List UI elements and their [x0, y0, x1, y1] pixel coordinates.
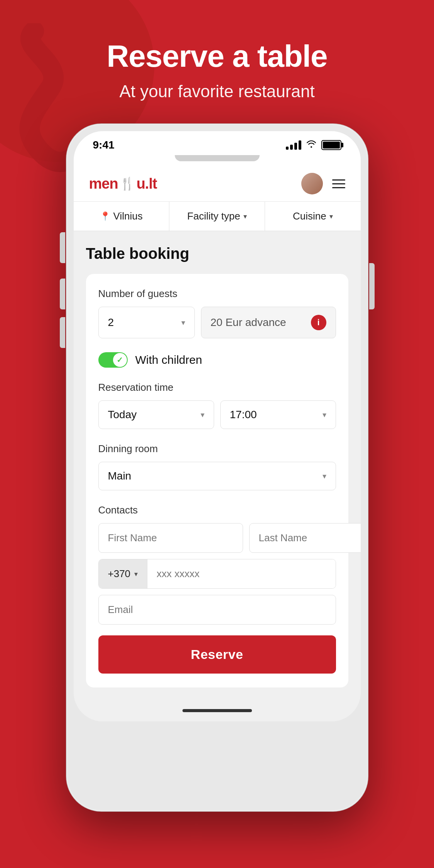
- phone-input[interactable]: [147, 559, 335, 588]
- phone-prefix-select[interactable]: +370 ▾: [99, 559, 148, 588]
- time-chevron-icon: ▾: [323, 410, 326, 419]
- check-icon: ✓: [117, 355, 123, 365]
- status-time: 9:41: [93, 139, 115, 151]
- guests-row: 2 ▾ 20 Eur advance i: [98, 307, 336, 338]
- tab-location-label: Vilnius: [113, 210, 143, 222]
- avatar[interactable]: [301, 173, 323, 194]
- section-title: Table booking: [86, 245, 348, 262]
- header-right: [301, 173, 345, 194]
- phone-prefix-text: +370: [108, 568, 131, 580]
- guests-value: 2: [108, 316, 114, 329]
- tab-location[interactable]: 📍 Vilnius: [74, 202, 169, 231]
- hamburger-line: [332, 179, 345, 181]
- booking-card: Number of guests 2 ▾ 20 Eur advance i: [86, 274, 348, 687]
- logo-text-2: u.lt: [137, 176, 157, 192]
- toggle-knob: ✓: [113, 353, 127, 367]
- tab-facility[interactable]: Facility type ▾: [169, 202, 265, 231]
- page-title: Reserve a table: [0, 39, 434, 74]
- phone-prefix-chevron-icon: ▾: [134, 570, 138, 578]
- hamburger-menu[interactable]: [332, 179, 345, 188]
- chevron-down-icon: ▾: [329, 212, 333, 221]
- status-icons: [286, 139, 341, 151]
- advance-field[interactable]: 20 Eur advance i: [201, 307, 336, 338]
- battery-icon: [321, 140, 341, 150]
- logo-text: men: [89, 176, 118, 192]
- hamburger-line: [332, 187, 345, 188]
- email-input[interactable]: [98, 595, 336, 625]
- filter-tabs: 📍 Vilnius Facility type ▾ Cuisine ▾: [74, 202, 361, 231]
- contacts-label: Contacts: [98, 504, 336, 516]
- fork-icon: 🍴: [120, 176, 135, 191]
- with-children-label: With children: [135, 353, 202, 366]
- phone-wrapper: 9:41: [0, 124, 434, 811]
- phone-row: +370 ▾: [98, 559, 336, 589]
- app-header: men 🍴 u.lt: [74, 166, 361, 202]
- date-select[interactable]: Today ▾: [98, 400, 214, 429]
- home-indicator: [74, 701, 361, 721]
- chevron-down-icon: ▾: [243, 212, 247, 221]
- guests-label: Number of guests: [98, 288, 336, 300]
- with-children-toggle[interactable]: ✓: [98, 352, 128, 368]
- last-name-input[interactable]: [249, 523, 361, 553]
- notch: [74, 155, 361, 166]
- dining-room-label: Dinning room: [98, 443, 336, 455]
- tab-cuisine-label: Cuisine: [293, 210, 326, 222]
- logo: men 🍴 u.lt: [89, 176, 157, 192]
- info-button[interactable]: i: [311, 315, 326, 330]
- status-bar: 9:41: [74, 131, 361, 155]
- first-name-input[interactable]: [98, 523, 243, 553]
- advance-text: 20 Eur advance: [211, 316, 286, 329]
- dining-room-chevron-icon: ▾: [323, 471, 326, 481]
- home-bar: [182, 709, 252, 712]
- signal-icon: [286, 140, 301, 150]
- page-subtitle: At your favorite restaurant: [0, 82, 434, 101]
- date-value: Today: [108, 409, 137, 421]
- main-content: Table booking Number of guests 2 ▾ 20 Eu…: [74, 231, 361, 701]
- reservation-time-label: Reservation time: [98, 382, 336, 393]
- time-row: Today ▾ 17:00 ▾: [98, 400, 336, 429]
- avatar-image: [301, 173, 323, 194]
- reserve-button[interactable]: Reserve: [98, 635, 336, 674]
- time-select[interactable]: 17:00 ▾: [220, 400, 336, 429]
- with-children-row: ✓ With children: [98, 352, 336, 368]
- wifi-icon: [306, 139, 317, 151]
- phone-inner: 9:41: [74, 131, 361, 721]
- guests-chevron-icon: ▾: [181, 318, 185, 327]
- tab-cuisine[interactable]: Cuisine ▾: [265, 202, 360, 231]
- location-icon: 📍: [100, 211, 110, 221]
- hamburger-line: [332, 183, 345, 184]
- page-header: Reserve a table At your favorite restaur…: [0, 0, 434, 124]
- dining-room-select[interactable]: Main ▾: [98, 462, 336, 490]
- contacts-name-row: [98, 523, 336, 553]
- date-chevron-icon: ▾: [201, 410, 204, 419]
- time-value: 17:00: [230, 409, 257, 421]
- dining-room-value: Main: [108, 470, 132, 482]
- guests-select[interactable]: 2 ▾: [98, 307, 195, 338]
- tab-facility-label: Facility type: [187, 210, 240, 222]
- info-icon: i: [317, 317, 319, 328]
- phone-frame: 9:41: [67, 124, 368, 811]
